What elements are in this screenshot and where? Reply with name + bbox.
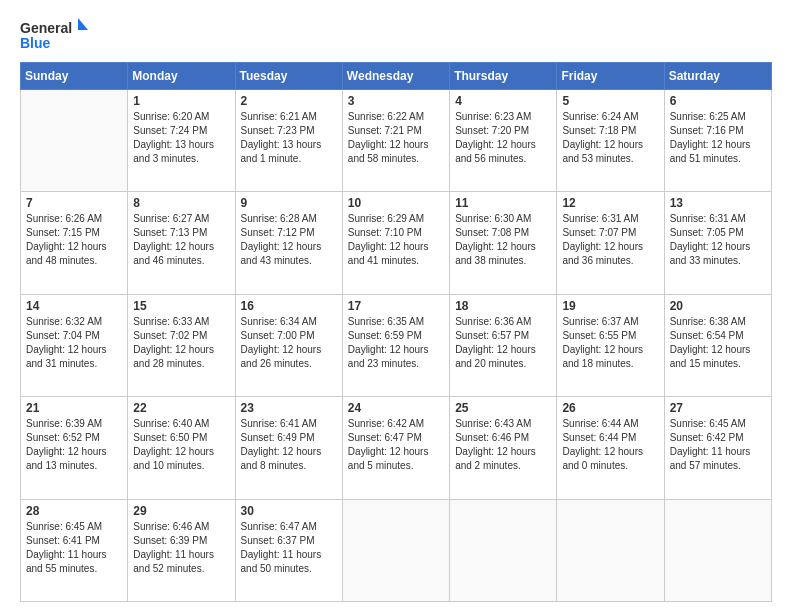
weekday-header: Thursday [450,63,557,90]
day-info: Sunrise: 6:33 AM Sunset: 7:02 PM Dayligh… [133,315,229,371]
day-info: Sunrise: 6:44 AM Sunset: 6:44 PM Dayligh… [562,417,658,473]
day-number: 15 [133,299,229,313]
calendar-week-row: 28Sunrise: 6:45 AM Sunset: 6:41 PM Dayli… [21,499,772,601]
day-info: Sunrise: 6:29 AM Sunset: 7:10 PM Dayligh… [348,212,444,268]
day-info: Sunrise: 6:35 AM Sunset: 6:59 PM Dayligh… [348,315,444,371]
day-number: 16 [241,299,337,313]
calendar-cell: 6Sunrise: 6:25 AM Sunset: 7:16 PM Daylig… [664,90,771,192]
calendar-cell: 15Sunrise: 6:33 AM Sunset: 7:02 PM Dayli… [128,294,235,396]
calendar-cell: 21Sunrise: 6:39 AM Sunset: 6:52 PM Dayli… [21,397,128,499]
day-info: Sunrise: 6:31 AM Sunset: 7:07 PM Dayligh… [562,212,658,268]
day-number: 6 [670,94,766,108]
calendar-cell: 17Sunrise: 6:35 AM Sunset: 6:59 PM Dayli… [342,294,449,396]
calendar-cell [664,499,771,601]
day-info: Sunrise: 6:25 AM Sunset: 7:16 PM Dayligh… [670,110,766,166]
calendar-week-row: 21Sunrise: 6:39 AM Sunset: 6:52 PM Dayli… [21,397,772,499]
header: GeneralBlue [20,18,772,52]
day-info: Sunrise: 6:23 AM Sunset: 7:20 PM Dayligh… [455,110,551,166]
weekday-header: Friday [557,63,664,90]
day-number: 7 [26,196,122,210]
day-info: Sunrise: 6:32 AM Sunset: 7:04 PM Dayligh… [26,315,122,371]
calendar-cell: 28Sunrise: 6:45 AM Sunset: 6:41 PM Dayli… [21,499,128,601]
calendar-week-row: 7Sunrise: 6:26 AM Sunset: 7:15 PM Daylig… [21,192,772,294]
day-number: 26 [562,401,658,415]
day-info: Sunrise: 6:47 AM Sunset: 6:37 PM Dayligh… [241,520,337,576]
day-info: Sunrise: 6:28 AM Sunset: 7:12 PM Dayligh… [241,212,337,268]
calendar-cell: 22Sunrise: 6:40 AM Sunset: 6:50 PM Dayli… [128,397,235,499]
calendar-table: SundayMondayTuesdayWednesdayThursdayFrid… [20,62,772,602]
calendar-cell: 7Sunrise: 6:26 AM Sunset: 7:15 PM Daylig… [21,192,128,294]
calendar-cell: 20Sunrise: 6:38 AM Sunset: 6:54 PM Dayli… [664,294,771,396]
svg-text:General: General [20,20,72,36]
calendar-header-row: SundayMondayTuesdayWednesdayThursdayFrid… [21,63,772,90]
calendar-cell: 29Sunrise: 6:46 AM Sunset: 6:39 PM Dayli… [128,499,235,601]
weekday-header: Tuesday [235,63,342,90]
day-number: 11 [455,196,551,210]
day-info: Sunrise: 6:40 AM Sunset: 6:50 PM Dayligh… [133,417,229,473]
day-number: 22 [133,401,229,415]
day-info: Sunrise: 6:24 AM Sunset: 7:18 PM Dayligh… [562,110,658,166]
page: GeneralBlue SundayMondayTuesdayWednesday… [0,0,792,612]
day-info: Sunrise: 6:30 AM Sunset: 7:08 PM Dayligh… [455,212,551,268]
svg-marker-1 [78,18,88,30]
calendar-cell: 12Sunrise: 6:31 AM Sunset: 7:07 PM Dayli… [557,192,664,294]
calendar-cell: 4Sunrise: 6:23 AM Sunset: 7:20 PM Daylig… [450,90,557,192]
calendar-cell: 24Sunrise: 6:42 AM Sunset: 6:47 PM Dayli… [342,397,449,499]
calendar-cell: 9Sunrise: 6:28 AM Sunset: 7:12 PM Daylig… [235,192,342,294]
day-info: Sunrise: 6:46 AM Sunset: 6:39 PM Dayligh… [133,520,229,576]
calendar-cell: 14Sunrise: 6:32 AM Sunset: 7:04 PM Dayli… [21,294,128,396]
day-number: 25 [455,401,551,415]
calendar-cell [450,499,557,601]
weekday-header: Sunday [21,63,128,90]
calendar-cell: 26Sunrise: 6:44 AM Sunset: 6:44 PM Dayli… [557,397,664,499]
calendar-cell: 3Sunrise: 6:22 AM Sunset: 7:21 PM Daylig… [342,90,449,192]
calendar-cell: 18Sunrise: 6:36 AM Sunset: 6:57 PM Dayli… [450,294,557,396]
day-info: Sunrise: 6:31 AM Sunset: 7:05 PM Dayligh… [670,212,766,268]
calendar-cell [21,90,128,192]
weekday-header: Wednesday [342,63,449,90]
day-number: 3 [348,94,444,108]
day-info: Sunrise: 6:22 AM Sunset: 7:21 PM Dayligh… [348,110,444,166]
calendar-cell: 27Sunrise: 6:45 AM Sunset: 6:42 PM Dayli… [664,397,771,499]
day-number: 2 [241,94,337,108]
calendar-week-row: 1Sunrise: 6:20 AM Sunset: 7:24 PM Daylig… [21,90,772,192]
day-info: Sunrise: 6:36 AM Sunset: 6:57 PM Dayligh… [455,315,551,371]
day-info: Sunrise: 6:41 AM Sunset: 6:49 PM Dayligh… [241,417,337,473]
calendar-cell: 10Sunrise: 6:29 AM Sunset: 7:10 PM Dayli… [342,192,449,294]
calendar-cell: 30Sunrise: 6:47 AM Sunset: 6:37 PM Dayli… [235,499,342,601]
day-number: 8 [133,196,229,210]
day-number: 14 [26,299,122,313]
day-number: 5 [562,94,658,108]
day-number: 10 [348,196,444,210]
day-number: 28 [26,504,122,518]
day-info: Sunrise: 6:37 AM Sunset: 6:55 PM Dayligh… [562,315,658,371]
day-number: 30 [241,504,337,518]
calendar-week-row: 14Sunrise: 6:32 AM Sunset: 7:04 PM Dayli… [21,294,772,396]
calendar-cell: 11Sunrise: 6:30 AM Sunset: 7:08 PM Dayli… [450,192,557,294]
day-number: 24 [348,401,444,415]
day-number: 12 [562,196,658,210]
day-info: Sunrise: 6:26 AM Sunset: 7:15 PM Dayligh… [26,212,122,268]
day-number: 17 [348,299,444,313]
day-info: Sunrise: 6:39 AM Sunset: 6:52 PM Dayligh… [26,417,122,473]
calendar-cell [342,499,449,601]
calendar-cell: 1Sunrise: 6:20 AM Sunset: 7:24 PM Daylig… [128,90,235,192]
calendar-cell: 25Sunrise: 6:43 AM Sunset: 6:46 PM Dayli… [450,397,557,499]
day-info: Sunrise: 6:42 AM Sunset: 6:47 PM Dayligh… [348,417,444,473]
day-number: 29 [133,504,229,518]
svg-text:Blue: Blue [20,35,51,51]
calendar-cell [557,499,664,601]
day-info: Sunrise: 6:43 AM Sunset: 6:46 PM Dayligh… [455,417,551,473]
calendar-cell: 19Sunrise: 6:37 AM Sunset: 6:55 PM Dayli… [557,294,664,396]
day-number: 9 [241,196,337,210]
calendar-cell: 23Sunrise: 6:41 AM Sunset: 6:49 PM Dayli… [235,397,342,499]
day-number: 27 [670,401,766,415]
calendar-cell: 5Sunrise: 6:24 AM Sunset: 7:18 PM Daylig… [557,90,664,192]
logo: GeneralBlue [20,18,90,52]
calendar-cell: 13Sunrise: 6:31 AM Sunset: 7:05 PM Dayli… [664,192,771,294]
day-info: Sunrise: 6:21 AM Sunset: 7:23 PM Dayligh… [241,110,337,166]
day-number: 1 [133,94,229,108]
calendar-cell: 16Sunrise: 6:34 AM Sunset: 7:00 PM Dayli… [235,294,342,396]
day-number: 18 [455,299,551,313]
weekday-header: Saturday [664,63,771,90]
